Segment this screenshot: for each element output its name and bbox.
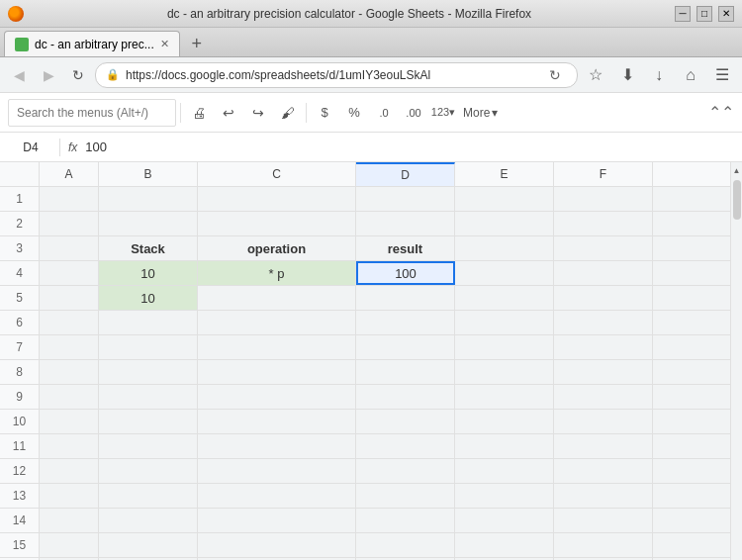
cell[interactable] (356, 509, 455, 532)
cell[interactable] (198, 410, 356, 433)
minimize-button[interactable]: ─ (675, 6, 691, 22)
cell-b5[interactable]: 10 (99, 286, 198, 310)
format-123-button[interactable]: 123▾ (429, 99, 457, 127)
cell[interactable] (99, 484, 198, 508)
cell-c5[interactable] (198, 286, 356, 310)
col-header-d[interactable]: D (356, 162, 455, 186)
cell-a4[interactable] (40, 261, 99, 285)
formula-content[interactable]: 100 (85, 140, 736, 154)
cell[interactable] (356, 484, 455, 508)
cell[interactable] (40, 311, 99, 334)
cell[interactable] (40, 509, 99, 532)
cell-a2[interactable] (40, 212, 99, 235)
cell[interactable] (356, 533, 455, 557)
undo-button[interactable]: ↩ (215, 99, 242, 127)
cell[interactable] (455, 434, 554, 458)
cell[interactable] (554, 385, 653, 409)
cell-reference[interactable]: D4 (6, 140, 55, 154)
cell[interactable] (455, 509, 554, 532)
url-bar[interactable]: 🔒 https://docs.google.com/spreadsheets/d… (95, 62, 578, 88)
cell[interactable] (99, 360, 198, 384)
cell-b4[interactable]: 10 (99, 261, 198, 285)
pocket-button[interactable]: ⬇ (613, 61, 641, 89)
col-header-a[interactable]: A (40, 162, 99, 186)
browser-tab[interactable]: dc - an arbitrary prec... ✕ (4, 31, 180, 56)
cell[interactable] (40, 385, 99, 409)
cell-f1[interactable] (554, 187, 653, 211)
tab-close-button[interactable]: ✕ (160, 38, 169, 50)
cell-c2[interactable] (198, 212, 356, 235)
redo-button[interactable]: ↪ (244, 99, 272, 127)
cell-f3[interactable] (554, 236, 653, 260)
cell-e2[interactable] (455, 212, 554, 235)
percent-button[interactable]: % (340, 99, 368, 127)
cell[interactable] (455, 335, 554, 359)
cell[interactable] (198, 434, 356, 458)
cell[interactable] (455, 385, 554, 409)
menu-button[interactable]: ☰ (708, 61, 736, 89)
cell-d1[interactable] (356, 187, 455, 211)
cell-e5[interactable] (455, 286, 554, 310)
cell[interactable] (554, 360, 653, 384)
forward-button[interactable]: ▶ (36, 62, 61, 88)
cell-f4[interactable] (554, 261, 653, 285)
collapse-button[interactable]: ⌃⌃ (708, 103, 734, 122)
new-tab-button[interactable]: + (184, 31, 210, 56)
currency-button[interactable]: $ (311, 99, 338, 127)
more-button[interactable]: More ▾ (459, 99, 502, 127)
cell[interactable] (455, 410, 554, 433)
cell[interactable] (356, 385, 455, 409)
cell[interactable] (356, 459, 455, 483)
back-button[interactable]: ◀ (6, 62, 32, 88)
cell-d4[interactable]: 100 (356, 261, 455, 285)
cell[interactable] (40, 410, 99, 433)
cell-d5[interactable] (356, 286, 455, 310)
cell[interactable] (455, 484, 554, 508)
paint-format-button[interactable]: 🖌 (274, 99, 302, 127)
close-button[interactable]: ✕ (718, 6, 734, 22)
cell[interactable] (198, 385, 356, 409)
cell[interactable] (356, 434, 455, 458)
cell-e3[interactable] (455, 236, 554, 260)
cell[interactable] (455, 311, 554, 334)
refresh-icon[interactable]: ↻ (543, 63, 567, 87)
cell[interactable] (99, 410, 198, 433)
cell-f2[interactable] (554, 212, 653, 235)
cell[interactable] (40, 434, 99, 458)
cell[interactable] (198, 459, 356, 483)
scroll-up-button[interactable]: ▲ (731, 162, 743, 178)
bookmark-star-button[interactable]: ☆ (582, 61, 609, 89)
cell-d3[interactable]: result (356, 236, 455, 260)
cell-a1[interactable] (40, 187, 99, 211)
cell[interactable] (554, 533, 653, 557)
cell-c1[interactable] (198, 187, 356, 211)
cell-e4[interactable] (455, 261, 554, 285)
col-header-e[interactable]: E (455, 162, 554, 186)
cell[interactable] (198, 484, 356, 508)
cell[interactable] (40, 533, 99, 557)
cell-e1[interactable] (455, 187, 554, 211)
cell[interactable] (99, 509, 198, 532)
cell[interactable] (356, 311, 455, 334)
col-header-f[interactable]: F (554, 162, 653, 186)
cell[interactable] (198, 533, 356, 557)
cell[interactable] (455, 360, 554, 384)
col-header-c[interactable]: C (198, 162, 356, 186)
cell[interactable] (356, 335, 455, 359)
cell[interactable] (99, 434, 198, 458)
cell[interactable] (198, 509, 356, 532)
increase-decimals-button[interactable]: .00 (400, 99, 427, 127)
cell[interactable] (99, 311, 198, 334)
cell[interactable] (554, 311, 653, 334)
download-button[interactable]: ↓ (645, 61, 673, 89)
home-button[interactable]: ⌂ (677, 61, 704, 89)
cell-b3[interactable]: Stack (99, 236, 198, 260)
cell-f5[interactable] (554, 286, 653, 310)
cell-c3[interactable]: operation (198, 236, 356, 260)
cell[interactable] (356, 360, 455, 384)
cell[interactable] (356, 410, 455, 433)
print-button[interactable]: 🖨 (185, 99, 213, 127)
cell[interactable] (554, 335, 653, 359)
cell[interactable] (99, 385, 198, 409)
refresh-button[interactable]: ↻ (65, 62, 91, 88)
